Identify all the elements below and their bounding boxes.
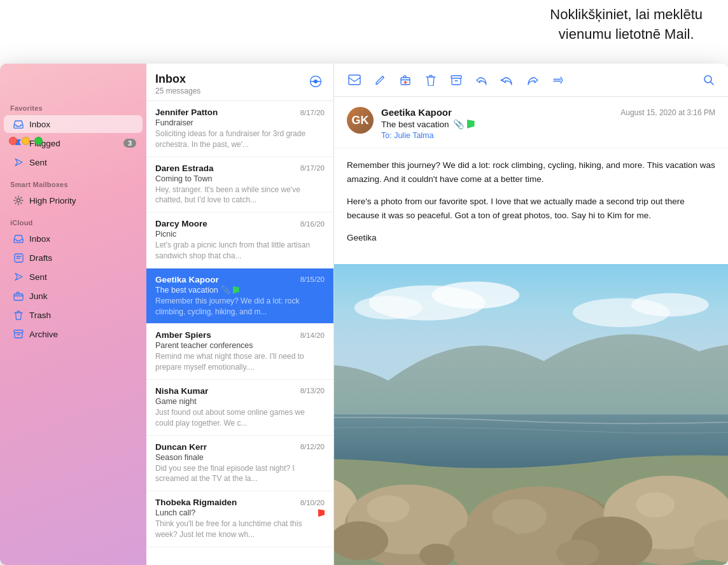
archive-button[interactable]	[445, 69, 468, 92]
mail-item-nisha[interactable]: Nisha Kumar 8/13/20 Game night Just foun…	[146, 380, 333, 436]
message-subject: The best vacation	[381, 120, 449, 129]
email-date: 8/17/20	[300, 109, 325, 116]
svg-point-28	[636, 492, 675, 518]
email-preview: Hey, stranger. It's been a while since w…	[155, 185, 325, 206]
window-controls	[9, 137, 43, 145]
sidebar-flagged-label: Flagged	[29, 139, 118, 148]
sidebar-item-icloud-sent[interactable]: Sent	[4, 268, 143, 286]
sidebar-archive-label: Archive	[29, 330, 136, 339]
email-date: 8/14/20	[300, 331, 325, 339]
mail-item-daren[interactable]: Daren Estrada 8/17/20 Coming to Town Hey…	[146, 157, 333, 213]
sidebar-item-trash[interactable]: Trash	[4, 306, 143, 324]
email-preview: Remind me what night those are. I'll nee…	[155, 351, 325, 373]
svg-point-9	[704, 76, 711, 83]
search-button[interactable]	[699, 70, 719, 90]
svg-rect-2	[14, 294, 23, 300]
email-subject: Parent teacher conferences	[155, 341, 325, 350]
favorites-label: Favorites	[0, 95, 146, 115]
email-date: 8/17/20	[300, 164, 325, 172]
minimize-button[interactable]	[22, 137, 30, 145]
maximize-button[interactable]	[34, 137, 43, 145]
email-preview: Remember this journey? We did a lot: roc…	[155, 296, 325, 317]
body-paragraph-1: Remember this journey? We did a lot: roc…	[347, 158, 715, 186]
svg-rect-6	[349, 75, 360, 85]
message-date: August 15, 2020 at 3:16 PM	[620, 108, 715, 117]
email-date: 8/10/20	[300, 499, 325, 506]
sidebar-inbox-label: Inbox	[29, 120, 136, 129]
inbox-icon	[13, 118, 24, 130]
sender-name: Geetika Kapoor	[155, 275, 297, 284]
more-button[interactable]	[547, 69, 570, 92]
email-preview: Did you see the final episode last night…	[155, 463, 325, 485]
green-flag-icon	[233, 286, 239, 294]
mail-window: Favorites Inbox Flagged 3	[0, 64, 728, 565]
svg-point-22	[367, 495, 410, 522]
sidebar-drafts-label: Drafts	[29, 253, 136, 263]
mail-list-count: 25 messages	[155, 87, 200, 95]
sidebar-high-priority-label: High Priority	[29, 196, 136, 206]
sidebar-icloud-inbox-label: Inbox	[29, 234, 136, 244]
svg-point-38	[693, 541, 724, 561]
drafts-icon	[13, 252, 24, 263]
sender-name: Thobeka Rigmaiden	[155, 498, 297, 507]
icloud-label: iCloud	[0, 210, 146, 229]
reply-all-button[interactable]	[496, 69, 519, 92]
attachment-indicator: 📎	[221, 286, 230, 295]
sender-name: Darcy Moore	[155, 219, 297, 228]
annotation-text: Noklikšķiniet, lai meklētu vienumu lieto…	[550, 5, 703, 45]
gear-icon	[13, 195, 24, 206]
sidebar-item-high-priority[interactable]: High Priority	[4, 192, 143, 209]
message-photo	[334, 264, 728, 565]
email-preview: Soliciting ideas for a fundraiser for 3r…	[155, 129, 325, 150]
mail-list-header: Inbox 25 messages	[146, 64, 333, 101]
reply-button[interactable]	[470, 69, 493, 92]
sidebar-item-junk[interactable]: Junk	[4, 287, 143, 305]
move-to-junk-button[interactable]	[394, 69, 417, 92]
filter-button[interactable]	[307, 73, 325, 90]
email-subject: Picnic	[155, 230, 325, 239]
message-body: Remember this journey? We did a lot: roc…	[334, 148, 728, 264]
email-subject: Game night	[155, 397, 325, 406]
mail-list-scroll[interactable]: Jennifer Patton 8/17/20 Fundraiser Solic…	[146, 101, 333, 565]
sender-name: Nisha Kumar	[155, 386, 297, 396]
mail-item-thobeka[interactable]: Thobeka Rigmaiden 8/10/20 Lunch call? Th…	[146, 491, 333, 547]
sidebar-trash-label: Trash	[29, 310, 136, 320]
mail-item-jennifer[interactable]: Jennifer Patton 8/17/20 Fundraiser Solic…	[146, 101, 333, 157]
sender-name: Duncan Kerr	[155, 442, 297, 452]
mail-list-title: Inbox	[155, 73, 200, 86]
delete-button[interactable]	[419, 69, 442, 92]
svg-point-15	[631, 293, 709, 317]
email-preview: Just found out about some online games w…	[155, 407, 325, 429]
subject-text: Lunch call?	[155, 508, 195, 517]
archive-icon	[13, 328, 24, 340]
sender-name: Jennifer Patton	[155, 108, 297, 117]
email-subject: Season finale	[155, 453, 325, 462]
mail-item-geetika[interactable]: Geetika Kapoor 8/15/20 The best vacation…	[146, 269, 333, 324]
email-subject: Lunch call?	[155, 508, 325, 517]
mail-item-darcy[interactable]: Darcy Moore 8/16/20 Picnic Let's grab a …	[146, 213, 333, 269]
mail-item-amber[interactable]: Amber Spiers 8/14/20 Parent teacher conf…	[146, 324, 333, 380]
sender-avatar: GK	[347, 107, 374, 134]
email-subject: The best vacation 📎	[155, 286, 325, 295]
junk-icon	[13, 290, 24, 302]
forward-button[interactable]	[521, 69, 544, 92]
compose-button[interactable]	[368, 69, 391, 92]
sidebar-item-inbox-favorites[interactable]: Inbox	[4, 115, 143, 133]
sender-name: Amber Spiers	[155, 330, 297, 340]
sent-icon	[13, 157, 24, 168]
new-message-button[interactable]	[343, 69, 366, 92]
smart-mailboxes-label: Smart Mailboxes	[0, 172, 146, 191]
message-sender-name: Geetika Kapoor	[381, 107, 452, 118]
sidebar-item-archive[interactable]: Archive	[4, 325, 143, 343]
message-header: GK Geetika Kapoor August 15, 2020 at 3:1…	[334, 97, 728, 148]
svg-rect-8	[451, 76, 461, 78]
sidebar-item-icloud-inbox[interactable]: Inbox	[4, 230, 143, 248]
email-preview: Let's grab a picnic lunch from that litt…	[155, 240, 325, 262]
mail-item-duncan[interactable]: Duncan Kerr 8/12/20 Season finale Did yo…	[146, 436, 333, 492]
sidebar-item-sent-favorites[interactable]: Sent	[4, 153, 143, 171]
close-button[interactable]	[9, 137, 17, 145]
email-date: 8/15/20	[300, 276, 325, 283]
message-info: Geetika Kapoor August 15, 2020 at 3:16 P…	[381, 107, 715, 140]
signature: Geetika	[347, 231, 715, 245]
sidebar-item-drafts[interactable]: Drafts	[4, 249, 143, 267]
